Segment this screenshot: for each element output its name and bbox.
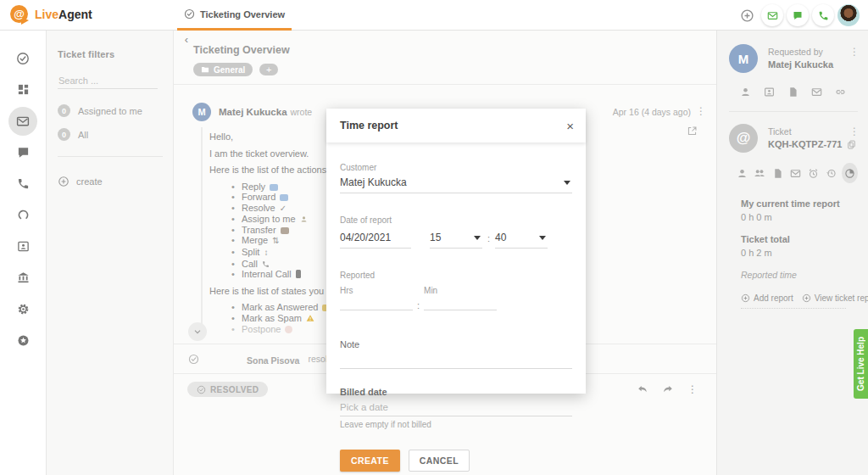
status-badge-resolved[interactable]: RESOLVED bbox=[187, 382, 268, 397]
forward-button[interactable] bbox=[662, 383, 674, 395]
mail-icon[interactable] bbox=[788, 165, 803, 182]
ticket-header: ‹ Ticketing Overview General + bbox=[174, 31, 716, 85]
message-avatar: M bbox=[192, 103, 211, 121]
filter-assigned-to-me[interactable]: 0 Assigned to me bbox=[58, 104, 161, 117]
hrs-input[interactable] bbox=[340, 305, 413, 310]
contact-card-icon bbox=[17, 240, 30, 253]
rail-item-loop[interactable] bbox=[0, 199, 47, 231]
time-report-tab-active[interactable] bbox=[842, 163, 858, 183]
plus-circle-icon bbox=[740, 8, 754, 23]
min-input[interactable] bbox=[424, 305, 497, 310]
hour-select[interactable]: 15 bbox=[430, 228, 482, 249]
requester-avatar: M bbox=[729, 44, 758, 73]
people-icon[interactable] bbox=[753, 165, 767, 182]
requester-kebab-menu[interactable]: ⋮ bbox=[849, 46, 860, 58]
tab-label: Ticketing Overview bbox=[200, 9, 285, 20]
message-author: Matej Kukuckawrote bbox=[219, 107, 312, 117]
rail-item-settings[interactable] bbox=[0, 293, 47, 325]
reported-time-label: Reported time bbox=[741, 270, 858, 280]
more-options-kebab[interactable]: ⋮ bbox=[687, 383, 698, 395]
minute-select[interactable]: 40 bbox=[495, 228, 548, 249]
brand-live: Live bbox=[35, 8, 58, 21]
split-icon: ↕ bbox=[264, 248, 268, 257]
copy-icon[interactable] bbox=[847, 140, 856, 149]
time-separator: : bbox=[487, 233, 490, 243]
check-circle-icon bbox=[197, 385, 206, 394]
filter-all[interactable]: 0 All bbox=[58, 128, 161, 141]
liveagent-logo: @ Live Agent bbox=[10, 5, 92, 24]
document-icon[interactable] bbox=[771, 165, 785, 182]
dialog-header: Time report × bbox=[326, 109, 586, 142]
date-input[interactable]: 04/20/2021 bbox=[340, 228, 411, 249]
filters-title: Ticket filters bbox=[58, 49, 161, 59]
liveagent-app: @ Live Agent Ticketing Overview bbox=[0, 0, 868, 475]
rail-item-addons[interactable] bbox=[0, 325, 47, 356]
rail-item-company[interactable] bbox=[0, 262, 47, 293]
cancel-button[interactable]: CANCEL bbox=[409, 450, 470, 472]
add-report-link[interactable]: Add report bbox=[741, 293, 793, 303]
rail-item-tickets[interactable] bbox=[0, 42, 47, 74]
view-ticket-reports-link[interactable]: View ticket reports bbox=[802, 293, 868, 303]
add-circle-button[interactable] bbox=[736, 4, 758, 26]
ticket-card: @ Ticket KQH-KQTPZ-771 ⋮ My current time… bbox=[717, 112, 868, 309]
billed-date-input[interactable]: Pick a date bbox=[340, 399, 572, 416]
requester-name: Matej Kukucka bbox=[768, 59, 858, 70]
history-icon[interactable] bbox=[824, 165, 838, 182]
new-call-button[interactable] bbox=[812, 4, 834, 26]
email-icon bbox=[767, 10, 778, 21]
current-time-report-value: 0 h 0 m bbox=[741, 212, 858, 222]
link-icon[interactable] bbox=[832, 83, 849, 101]
user-avatar[interactable] bbox=[837, 4, 860, 26]
back-chevron-icon[interactable]: ‹ bbox=[181, 33, 192, 46]
assign-person-icon bbox=[300, 215, 308, 223]
filters-search-input[interactable] bbox=[58, 73, 158, 89]
document-icon[interactable] bbox=[784, 83, 802, 101]
chat-bubble-icon bbox=[17, 146, 30, 159]
mail-icon[interactable] bbox=[808, 83, 826, 101]
create-filter-button[interactable]: create bbox=[58, 176, 161, 187]
new-email-button[interactable] bbox=[761, 4, 783, 26]
create-button[interactable]: CREATE bbox=[340, 450, 400, 472]
message-timestamp: Apr 16 (4 days ago) bbox=[613, 107, 691, 117]
person-icon[interactable] bbox=[735, 165, 749, 182]
open-in-new-icon[interactable] bbox=[687, 126, 698, 137]
sidebar-rail bbox=[0, 31, 47, 475]
plus-circle-icon bbox=[58, 176, 70, 187]
chevron-down-icon bbox=[539, 236, 546, 240]
gear-icon bbox=[17, 303, 30, 316]
person-icon[interactable] bbox=[737, 83, 754, 101]
reported-separator: : bbox=[417, 300, 420, 310]
close-icon[interactable]: × bbox=[566, 120, 574, 132]
divider bbox=[58, 156, 163, 157]
get-live-help-button[interactable]: Get Live Help bbox=[854, 329, 868, 399]
plus-circle-icon bbox=[741, 293, 750, 303]
rail-item-chat[interactable] bbox=[0, 137, 47, 168]
contact-card-icon[interactable] bbox=[760, 83, 778, 101]
rail-item-contacts[interactable] bbox=[0, 231, 47, 262]
department-tag[interactable]: General bbox=[193, 63, 253, 76]
rail-item-calls[interactable] bbox=[0, 168, 47, 199]
ticket-kebab-menu[interactable]: ⋮ bbox=[849, 126, 860, 137]
add-tag-button[interactable]: + bbox=[259, 64, 278, 75]
count-badge: 0 bbox=[58, 128, 70, 141]
message-kebab-menu[interactable]: ⋮ bbox=[696, 105, 706, 117]
billed-date-label: Billed date bbox=[340, 387, 387, 397]
hrs-label: Hrs bbox=[340, 286, 413, 295]
plus-circle-icon bbox=[802, 293, 811, 303]
top-actions bbox=[736, 4, 860, 26]
note-input[interactable] bbox=[340, 351, 572, 369]
tab-ticketing-overview[interactable]: Ticketing Overview bbox=[177, 0, 292, 31]
customer-select[interactable]: Matej Kukucka bbox=[340, 174, 572, 193]
requested-by-label: Requested by bbox=[768, 44, 858, 57]
expand-message-button[interactable] bbox=[188, 322, 207, 341]
chat-icon bbox=[793, 10, 803, 20]
rail-item-mail-active[interactable] bbox=[0, 105, 47, 137]
reply-button[interactable] bbox=[637, 383, 648, 395]
new-chat-button[interactable] bbox=[787, 4, 809, 26]
bank-icon bbox=[17, 271, 30, 284]
time-report-dialog: Time report × Customer Matej Kukucka Dat… bbox=[326, 109, 586, 394]
rail-item-dashboard[interactable] bbox=[0, 74, 47, 105]
liveagent-logo-icon: @ bbox=[10, 5, 29, 24]
alarm-icon[interactable] bbox=[806, 165, 821, 182]
count-badge: 0 bbox=[58, 104, 70, 117]
